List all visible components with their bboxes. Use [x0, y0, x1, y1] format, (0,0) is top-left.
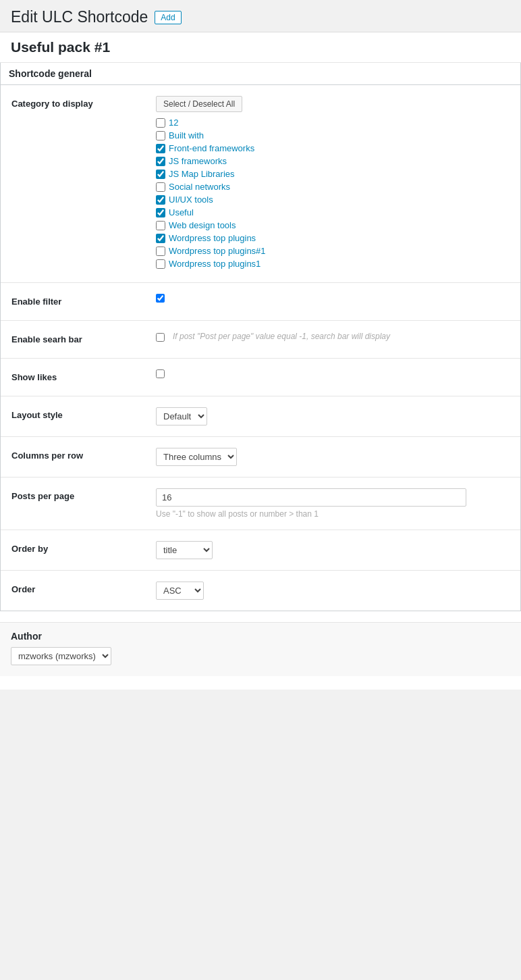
enable-search-bar-checkbox[interactable] [156, 333, 165, 342]
label-cat_wp_top1[interactable]: Wordpress top plugins#1 [169, 246, 266, 256]
checkbox-cat_uiux[interactable] [156, 195, 165, 205]
list-item: UI/UX tools [156, 195, 514, 205]
list-item: Built with [156, 130, 514, 140]
label-cat_uiux[interactable]: UI/UX tools [169, 195, 213, 205]
author-section-title: Author [11, 631, 510, 642]
checkbox-cat_useful[interactable] [156, 208, 165, 217]
label-cat_12[interactable]: 12 [169, 118, 178, 128]
order-by-row: Order by titledatemodifiedrandID [1, 530, 520, 571]
page-header: Edit ULC Shortcode Add [0, 0, 521, 32]
label-cat_js_fw[interactable]: JS frameworks [169, 156, 227, 166]
list-item: Wordpress top plugins [156, 233, 514, 243]
form-table: Category to display Select / Deselect Al… [1, 85, 520, 611]
layout-style-row: Layout style DefaultGridList [1, 396, 520, 437]
category-to-display-row: Category to display Select / Deselect Al… [1, 85, 520, 283]
list-item: JS Map Libraries [156, 169, 514, 179]
columns-per-row-row: Columns per row One columnTwo columnsThr… [1, 437, 520, 478]
columns-per-row-select[interactable]: One columnTwo columnsThree columnsFour c… [156, 448, 237, 466]
list-item: Front-end frameworks [156, 143, 514, 153]
order-by-label: Order by [11, 544, 48, 554]
posts-per-page-input[interactable] [156, 488, 466, 507]
checkbox-cat_wp_top[interactable] [156, 234, 165, 243]
checkbox-cat_12[interactable] [156, 118, 165, 128]
checkbox-cat_js_fw[interactable] [156, 157, 165, 166]
checkbox-cat_social[interactable] [156, 182, 165, 192]
posts-per-page-label: Posts per page [11, 491, 74, 501]
show-likes-row: Show likes [1, 359, 520, 396]
checkbox-cat_frontend[interactable] [156, 144, 165, 153]
checkbox-cat_wp_top1[interactable] [156, 247, 165, 256]
author-section: Author mzworks (mzworks) [0, 622, 521, 676]
columns-per-row-label: Columns per row [11, 450, 83, 461]
list-item: Useful [156, 207, 514, 217]
page-title: Edit ULC Shortcode [11, 8, 148, 26]
posts-per-page-hint: Use "-1" to show all posts or number > t… [156, 509, 514, 519]
list-item: JS frameworks [156, 156, 514, 166]
enable-search-bar-label: Enable searh bar [11, 334, 82, 344]
show-likes-checkbox[interactable] [156, 369, 165, 378]
enable-filter-label: Enable filter [11, 296, 61, 307]
list-item: Wordpress top plugins#1 [156, 246, 514, 256]
search-bar-hint: If post "Post per page" value equal -1, … [173, 332, 390, 341]
show-likes-label: Show likes [11, 372, 57, 382]
label-cat_webdesign[interactable]: Web design tools [169, 220, 236, 230]
layout-style-label: Layout style [11, 410, 63, 420]
label-cat_social[interactable]: Social networks [169, 182, 230, 192]
category-list: 12Built withFront-end frameworksJS frame… [156, 118, 514, 269]
label-cat_useful[interactable]: Useful [169, 207, 194, 217]
list-item: Social networks [156, 182, 514, 192]
enable-filter-row: Enable filter [1, 283, 520, 321]
label-cat_built_with[interactable]: Built with [169, 130, 204, 140]
author-select[interactable]: mzworks (mzworks) [11, 647, 111, 665]
category-label: Category to display [11, 99, 93, 109]
order-label: Order [11, 584, 35, 594]
checkbox-cat_wp_top2[interactable] [156, 259, 165, 269]
select-deselect-button[interactable]: Select / Deselect All [156, 96, 242, 112]
main-content: Shortcode general Category to display Se… [0, 63, 521, 690]
checkbox-cat_js_map[interactable] [156, 170, 165, 179]
label-cat_wp_top2[interactable]: Wordpress top plugins1 [169, 259, 260, 269]
posts-per-page-row: Posts per page Use "-1" to show all post… [1, 478, 520, 530]
enable-search-bar-row: Enable searh bar If post "Post per page"… [1, 321, 520, 359]
meta-box-title: Shortcode general [1, 63, 520, 85]
list-item: Web design tools [156, 220, 514, 230]
label-cat_frontend[interactable]: Front-end frameworks [169, 143, 254, 153]
checkbox-cat_webdesign[interactable] [156, 221, 165, 230]
order-by-select[interactable]: titledatemodifiedrandID [156, 541, 213, 559]
post-title: Useful pack #1 [0, 32, 521, 63]
order-row: Order ASCDESC [1, 571, 520, 611]
list-item: 12 [156, 118, 514, 128]
label-cat_wp_top[interactable]: Wordpress top plugins [169, 233, 256, 243]
label-cat_js_map[interactable]: JS Map Libraries [169, 169, 235, 179]
layout-style-select[interactable]: DefaultGridList [156, 407, 207, 425]
add-button[interactable]: Add [155, 11, 181, 24]
enable-filter-checkbox[interactable] [156, 294, 165, 303]
shortcode-general-metabox: Shortcode general Category to display Se… [0, 63, 521, 611]
order-select[interactable]: ASCDESC [156, 582, 204, 600]
checkbox-cat_built_with[interactable] [156, 131, 165, 140]
list-item: Wordpress top plugins1 [156, 259, 514, 269]
